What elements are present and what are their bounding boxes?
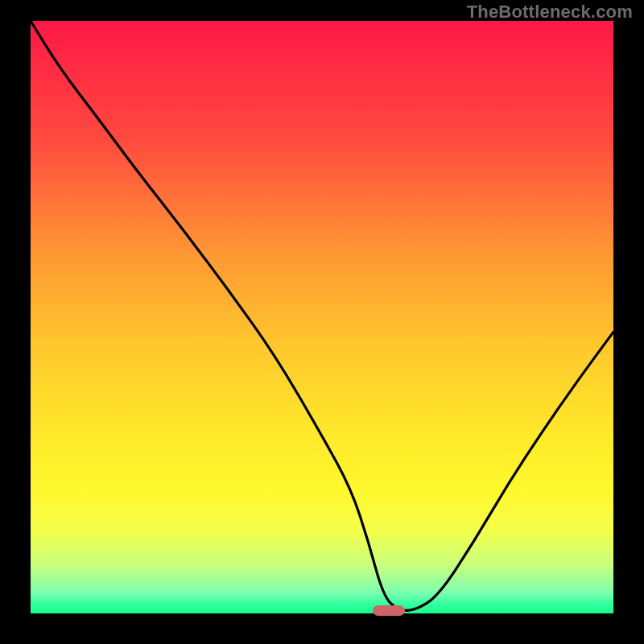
optimal-marker xyxy=(373,605,405,616)
chart-container: TheBottleneck.com xyxy=(0,0,644,644)
plot-area xyxy=(31,21,613,613)
watermark-text: TheBottleneck.com xyxy=(467,2,633,23)
bottleneck-curve xyxy=(31,21,613,613)
